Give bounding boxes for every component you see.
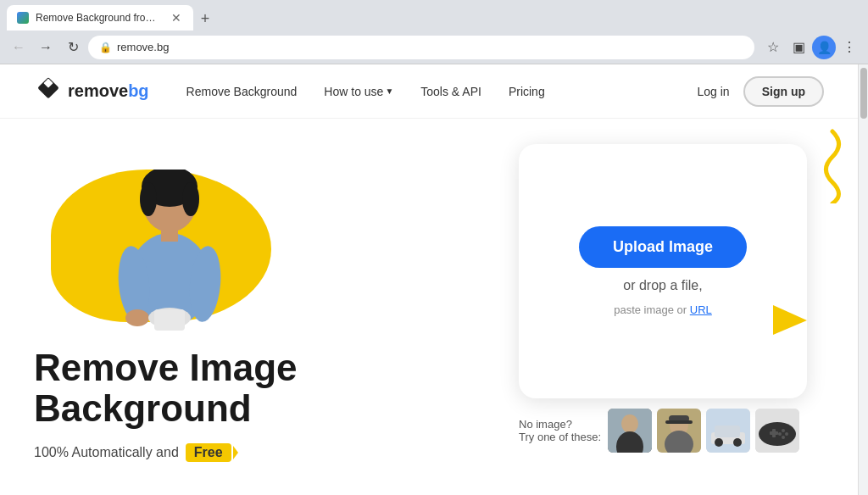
page-content: removebg Remove Background How to use ▼ … — [0, 64, 858, 495]
tab-title: Remove Background from Ima… — [36, 12, 163, 24]
tab-favicon — [17, 12, 29, 24]
logo-text: removebg — [68, 81, 149, 101]
sample-image-3[interactable] — [706, 409, 750, 453]
address-bar[interactable]: 🔒 remove.bg — [88, 36, 754, 59]
tab-close-button[interactable]: ✕ — [170, 11, 183, 25]
nav-tools-api[interactable]: Tools & API — [410, 80, 492, 103]
svg-rect-34 — [770, 431, 778, 435]
svg-point-37 — [782, 436, 785, 439]
hero-section: Remove Image Background 100% Automatical… — [0, 119, 858, 495]
profile-button[interactable]: 👤 — [812, 36, 836, 59]
sample-image-4[interactable] — [755, 409, 799, 453]
active-tab[interactable]: Remove Background from Ima… ✕ — [7, 5, 193, 31]
hero-subline: 100% Automatically and Free — [34, 443, 502, 462]
upload-image-button[interactable]: Upload Image — [579, 226, 747, 268]
svg-point-35 — [782, 429, 785, 432]
svg-point-29 — [715, 438, 723, 447]
security-icon: 🔒 — [99, 42, 112, 53]
scrollbar[interactable] — [858, 64, 868, 495]
browser-icons: ☆ ▣ 👤 ⋮ — [761, 36, 861, 59]
reload-button[interactable]: ↻ — [61, 36, 85, 59]
back-button[interactable]: ← — [7, 36, 31, 59]
sample-image-list — [608, 409, 799, 453]
svg-point-14 — [125, 309, 149, 326]
menu-icon[interactable]: ⋮ — [837, 36, 861, 59]
scrollbar-thumb[interactable] — [860, 68, 867, 119]
hero-headline: Remove Image Background — [34, 348, 356, 430]
hero-left: Remove Image Background 100% Automatical… — [34, 136, 502, 462]
website: removebg Remove Background How to use ▼ … — [0, 64, 858, 495]
svg-point-8 — [140, 182, 157, 216]
svg-point-30 — [733, 438, 742, 447]
drop-file-text: or drop a file, — [623, 278, 702, 293]
svg-point-38 — [778, 432, 782, 436]
nav-links: Remove Background How to use ▼ Tools & A… — [176, 80, 555, 103]
svg-point-19 — [621, 414, 638, 433]
url-link[interactable]: URL — [690, 303, 712, 316]
svg-marker-17 — [773, 305, 807, 335]
logo-bg-text: bg — [128, 81, 148, 100]
forward-button[interactable]: → — [34, 36, 58, 59]
logo[interactable]: removebg — [34, 77, 149, 106]
navbar: removebg Remove Background How to use ▼ … — [0, 64, 858, 119]
url-text: remove.bg — [117, 41, 743, 53]
svg-point-9 — [182, 182, 199, 216]
chevron-down-icon: ▼ — [385, 86, 393, 96]
tab-bar: Remove Background from Ima… ✕ + — [0, 0, 868, 31]
bookmark-icon[interactable]: ☆ — [761, 36, 785, 59]
nav-pricing[interactable]: Pricing — [498, 80, 555, 103]
nav-remove-background[interactable]: Remove Background — [176, 80, 308, 103]
hero-right: Upload Image or drop a file, paste image… — [502, 136, 824, 453]
svg-point-36 — [785, 432, 788, 436]
extensions-icon[interactable]: ▣ — [787, 36, 810, 59]
nav-how-to-use[interactable]: How to use ▼ — [314, 80, 403, 103]
paste-text: paste image or URL — [614, 303, 712, 316]
hero-image-area — [34, 161, 356, 331]
no-image-label: No image? Try one of these: — [519, 418, 601, 443]
squiggle-decoration — [782, 127, 849, 203]
person-decoration — [93, 170, 242, 331]
new-tab-button[interactable]: + — [193, 7, 217, 31]
logo-icon — [34, 77, 63, 106]
sample-images-row: No image? Try one of these: — [519, 409, 807, 453]
address-bar-row: ← → ↻ 🔒 remove.bg ☆ ▣ 👤 ⋮ — [0, 31, 868, 64]
svg-rect-24 — [665, 420, 693, 424]
sample-image-1[interactable] — [608, 409, 652, 453]
svg-rect-28 — [715, 425, 740, 437]
upload-card: Upload Image or drop a file, paste image… — [519, 144, 807, 398]
sample-image-2[interactable] — [657, 409, 701, 453]
subline-text: 100% Automatically and — [34, 445, 179, 460]
svg-rect-11 — [161, 225, 178, 242]
page-wrapper: removebg Remove Background How to use ▼ … — [0, 64, 868, 495]
login-button[interactable]: Log in — [684, 80, 743, 103]
signup-button[interactable]: Sign up — [743, 76, 824, 107]
svg-rect-16 — [154, 309, 185, 331]
triangle-decoration — [773, 305, 807, 335]
free-badge: Free — [186, 443, 231, 462]
